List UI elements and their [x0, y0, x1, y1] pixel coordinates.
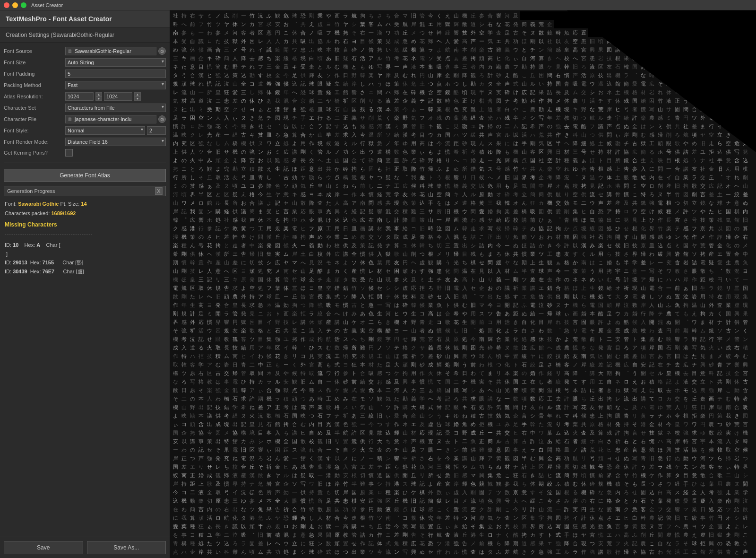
character-set-select[interactable]: Characters from File [65, 104, 166, 112]
kanji-char: ヒ [273, 207, 282, 216]
kanji-char: 眼 [537, 62, 545, 71]
kanji-char: ぬ [452, 165, 460, 173]
kanji-char: 剛 [180, 292, 188, 301]
kanji-char: し [248, 88, 256, 96]
kanji-char: 疑 [698, 497, 707, 505]
kanji-char: ツ [707, 454, 715, 462]
font-size-select[interactable]: Auto Sizing [65, 58, 166, 67]
kanji-char: 共 [511, 250, 520, 258]
kanji-char: 国 [511, 173, 520, 182]
kanji-char: え [690, 309, 698, 318]
kanji-char: 以 [571, 241, 579, 250]
kanji-char: 残 [503, 113, 511, 122]
kanji-char: 処 [596, 292, 605, 301]
kanji-char: 青 [239, 360, 248, 369]
packing-method-select[interactable]: Fast [65, 81, 166, 89]
kanji-char: 点 [520, 156, 528, 165]
kanji-char: 人 [231, 54, 239, 62]
kanji-char: 花 [596, 445, 605, 454]
character-file-picker-btn[interactable]: ⊙ [158, 115, 166, 123]
kanji-char: 外 [469, 28, 477, 37]
kanji-char: 果 [741, 309, 749, 318]
kanji-char: 館 [613, 79, 622, 88]
kanji-char: 長 [664, 216, 673, 224]
kanji-char: 供 [673, 148, 681, 156]
kanji-char: 獄 [435, 497, 443, 505]
kanji-char: 期 [171, 258, 180, 267]
font-style-select[interactable]: Normal [65, 126, 145, 135]
kanji-char: 候 [605, 139, 613, 148]
kanji-char: 正 [460, 96, 469, 105]
kanji-char: ミ [197, 105, 205, 113]
kanji-char: 足 [384, 360, 392, 369]
atlas-width-up[interactable]: ▲ [95, 92, 102, 96]
kanji-char: 興 [537, 454, 545, 462]
kanji-char: 円 [273, 28, 282, 37]
kanji-char: ホ [673, 386, 681, 394]
kanji-char: 開 [673, 318, 681, 326]
kanji-char: チ [265, 113, 273, 122]
kanji-char: 管 [732, 335, 741, 343]
kanji-char: ゛ [290, 20, 299, 28]
kanji-char: や [282, 369, 290, 377]
kanji-char: 荒 [537, 20, 545, 28]
font-source-picker-btn[interactable]: ⊙ [158, 47, 166, 55]
kanji-char: 技 [724, 369, 732, 377]
generate-font-atlas-button[interactable]: Generate Font Atlas [4, 169, 166, 182]
kanji-char: 我 [239, 216, 248, 224]
kanji-char: そ [197, 386, 205, 394]
kanji-char: 酷 [452, 88, 460, 96]
maximize-button[interactable] [21, 2, 26, 8]
kanji-char: 山 [698, 301, 707, 309]
atlas-height-up[interactable]: ▲ [134, 92, 141, 96]
kanji-char: 図 [724, 224, 732, 233]
kanji-char: 今 [494, 241, 503, 250]
kanji-char: 危 [409, 79, 418, 88]
kanji-char: 置 [579, 28, 588, 37]
kanji-char: 作 [324, 386, 333, 394]
atlas-width-down[interactable]: ▼ [95, 96, 102, 101]
kanji-char: 供 [231, 207, 239, 216]
kanji-char: 酷 [596, 309, 605, 318]
kanji-char: 図 [681, 190, 690, 199]
kanji-char: 国 [443, 131, 452, 139]
kerning-pairs-checkbox[interactable] [65, 149, 73, 157]
kanji-char: れ [197, 79, 205, 88]
font-style-size-input[interactable] [147, 126, 166, 135]
minimize-button[interactable] [12, 2, 18, 8]
kanji-char: 境 [316, 139, 324, 148]
kanji-char: 古 [503, 437, 511, 445]
kanji-char: ト [426, 173, 435, 182]
kanji-char: ヘ [273, 539, 282, 548]
kanji-char: 供 [358, 437, 367, 445]
kanji-char: 以 [477, 182, 486, 190]
kanji-char: ト [469, 275, 477, 284]
kanji-char: 発 [214, 454, 222, 462]
kanji-char: 候 [197, 45, 205, 54]
kanji-char: 高 [418, 139, 426, 148]
kanji-char: ユ [282, 335, 290, 343]
kanji-char: 拘 [681, 182, 690, 190]
kanji-char: 期 [537, 480, 545, 488]
save-button[interactable]: Save [4, 541, 83, 554]
close-button[interactable] [4, 2, 9, 8]
kanji-char: も [188, 28, 197, 37]
kanji-char: 自 [307, 428, 316, 437]
kanji-char: も [375, 165, 384, 173]
atlas-height-down[interactable]: ▼ [134, 96, 141, 101]
kanji-char: 立 [333, 79, 341, 88]
save-as-button[interactable]: Save As... [87, 541, 166, 554]
kanji-char: 電 [630, 292, 639, 301]
generation-progress-close-btn[interactable]: X [155, 187, 163, 195]
kanji-char: 目 [256, 428, 265, 437]
kanji-char: 意 [520, 488, 528, 497]
kanji-char: 南 [579, 258, 588, 267]
kanji-char: 業 [290, 207, 299, 216]
kanji-char: 二 [333, 113, 341, 122]
font-render-mode-select[interactable]: Distance Field 16 [65, 138, 166, 146]
kanji-char: フ [511, 62, 520, 71]
font-render-mode-row: Font Render Mode: Distance Field 16 [0, 136, 170, 148]
kanji-char: 行 [367, 437, 375, 445]
font-padding-input[interactable] [65, 70, 166, 78]
kanji-char: 給 [528, 309, 537, 318]
